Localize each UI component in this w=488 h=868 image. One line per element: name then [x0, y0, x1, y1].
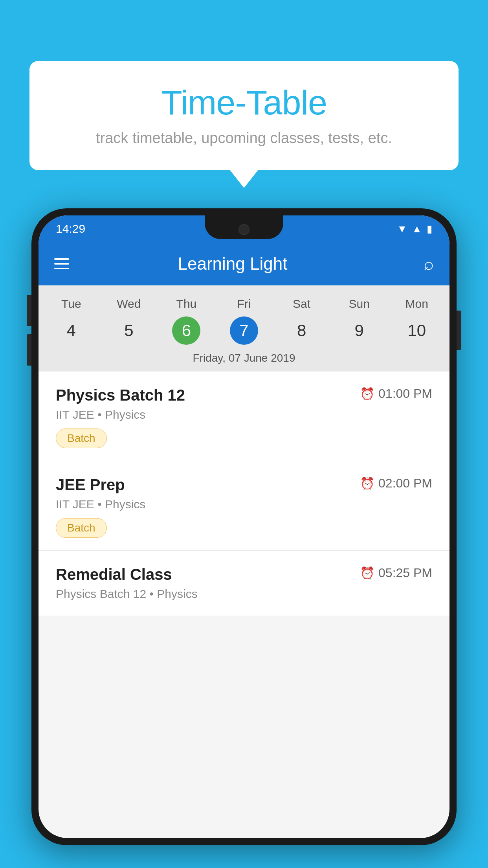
schedule-item-1-time: ⏰ 01:00 PM	[360, 386, 432, 401]
clock-icon-2: ⏰	[360, 476, 374, 490]
batch-tag-2: Batch	[56, 518, 107, 538]
schedule-item-1-title: Physics Batch 12	[56, 386, 185, 404]
schedule-item-1-time-label: 01:00 PM	[378, 386, 432, 401]
date-5[interactable]: 5	[100, 316, 158, 345]
schedule-item-2-header: JEE Prep ⏰ 02:00 PM	[56, 476, 432, 494]
date-8[interactable]: 8	[273, 316, 330, 345]
schedule-item-3-header: Remedial Class ⏰ 05:25 PM	[56, 566, 432, 583]
schedule-item-2-time: ⏰ 02:00 PM	[360, 476, 432, 491]
day-thu: Thu	[158, 293, 215, 314]
schedule-item-1-subtitle: IIT JEE • Physics	[56, 408, 432, 421]
day-sun: Sun	[330, 293, 388, 314]
status-time: 14:29	[56, 222, 85, 235]
schedule-item-1[interactable]: Physics Batch 12 ⏰ 01:00 PM IIT JEE • Ph…	[39, 371, 449, 461]
bubble-subtitle: track timetable, upcoming classes, tests…	[53, 130, 435, 147]
bubble-title: Time-Table	[53, 83, 435, 123]
app-bar: Learning Light ⌕	[39, 242, 449, 285]
schedule-item-3-subtitle: Physics Batch 12 • Physics	[56, 587, 432, 601]
volume-up-button	[27, 295, 31, 326]
day-mon: Mon	[388, 293, 446, 314]
schedule-item-2-time-label: 02:00 PM	[378, 476, 432, 491]
day-fri: Fri	[215, 293, 273, 314]
selected-date-label: Friday, 07 June 2019	[39, 345, 449, 371]
batch-tag-1: Batch	[56, 428, 107, 448]
volume-down-button	[27, 334, 31, 366]
phone-wrapper: 14:29 ▼ ▲ ▮ Learning Light ⌕	[31, 208, 457, 868]
date-7-selected[interactable]: 7	[230, 316, 258, 345]
phone-camera	[238, 224, 250, 235]
hamburger-menu-icon[interactable]	[54, 258, 69, 269]
clock-icon-3: ⏰	[360, 566, 374, 580]
search-icon[interactable]: ⌕	[424, 254, 434, 274]
speech-bubble: Time-Table track timetable, upcoming cla…	[29, 61, 459, 170]
schedule-item-3-title: Remedial Class	[56, 566, 172, 583]
day-headers: Tue Wed Thu Fri Sat Sun Mon	[39, 293, 449, 314]
schedule-list: Physics Batch 12 ⏰ 01:00 PM IIT JEE • Ph…	[39, 371, 449, 616]
day-numbers: 4 5 6 7 8 9 10	[39, 316, 449, 345]
date-4[interactable]: 4	[42, 316, 100, 345]
day-wed: Wed	[100, 293, 158, 314]
date-10[interactable]: 10	[388, 316, 446, 345]
app-title: Learning Light	[81, 254, 384, 274]
phone-screen: 14:29 ▼ ▲ ▮ Learning Light ⌕	[39, 215, 449, 838]
date-6-today[interactable]: 6	[172, 316, 200, 345]
phone-outer: 14:29 ▼ ▲ ▮ Learning Light ⌕	[31, 208, 457, 845]
wifi-icon: ▼	[397, 223, 407, 235]
signal-icon: ▲	[412, 223, 422, 235]
status-icons: ▼ ▲ ▮	[397, 223, 432, 235]
day-sat: Sat	[273, 293, 330, 314]
clock-icon-1: ⏰	[360, 387, 374, 401]
date-9[interactable]: 9	[330, 316, 388, 345]
power-button	[457, 311, 461, 350]
phone-notch	[205, 215, 283, 239]
schedule-item-2-subtitle: IIT JEE • Physics	[56, 498, 432, 511]
battery-icon: ▮	[427, 223, 432, 235]
day-tue: Tue	[42, 293, 100, 314]
schedule-item-3-time: ⏰ 05:25 PM	[360, 566, 432, 580]
calendar-strip: Tue Wed Thu Fri Sat Sun Mon 4 5 6 7 8 9 …	[39, 285, 449, 371]
schedule-item-3[interactable]: Remedial Class ⏰ 05:25 PM Physics Batch …	[39, 551, 449, 616]
schedule-item-2-title: JEE Prep	[56, 476, 125, 494]
schedule-item-1-header: Physics Batch 12 ⏰ 01:00 PM	[56, 386, 432, 404]
schedule-item-2[interactable]: JEE Prep ⏰ 02:00 PM IIT JEE • Physics Ba…	[39, 461, 449, 551]
schedule-item-3-time-label: 05:25 PM	[378, 566, 432, 580]
